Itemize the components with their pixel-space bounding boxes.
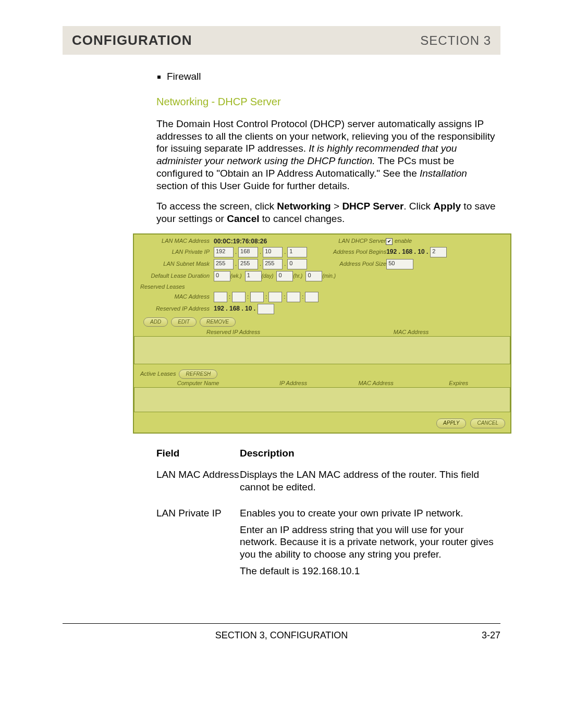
intro-p1d: Installation (420, 168, 467, 179)
desc-lan-priv-2: Enter an IP address string that you will… (240, 524, 500, 561)
add-button[interactable]: ADD (143, 317, 168, 327)
lbl-lease-duration: Default Lease Duration (139, 273, 210, 280)
mask-oct-4[interactable]: 0 (287, 259, 307, 269)
lbl-pool-size: Address Pool Size (312, 261, 386, 268)
checkbox-enable[interactable]: ✔ (386, 238, 393, 245)
field-lan-private-ip: LAN Private IP (156, 507, 240, 520)
field-lan-mac: LAN MAC Address (156, 468, 240, 481)
lease-hr-input[interactable]: 0 (276, 271, 293, 281)
mac-oct-2[interactable] (232, 292, 246, 302)
desc-lan-priv-3: The default is 192.168.10.1 (240, 565, 500, 577)
ip-oct-4[interactable]: 1 (287, 247, 307, 257)
edit-button[interactable]: EDIT (171, 317, 197, 327)
footer-page-number: 3-27 (482, 630, 500, 641)
mask-oct-3[interactable]: 255 (263, 259, 283, 269)
reserved-table-body (134, 336, 510, 364)
lbl-enable: enable (395, 238, 412, 245)
intro-p2f: Apply (433, 201, 461, 212)
remove-button[interactable]: REMOVE (200, 317, 236, 327)
bullet-firewall: Firewall (167, 70, 500, 83)
intro-p2c: > (331, 201, 342, 212)
intro-p2: To access the screen, click Networking >… (156, 200, 500, 225)
active-table-body (134, 387, 510, 412)
th-mac-address: MAC Address (335, 380, 418, 387)
intro-p2h: Cancel (227, 213, 259, 224)
desc-lan-mac-1: Displays the LAN MAC address of the rout… (240, 468, 500, 493)
lbl-wk: (wk.) (230, 273, 242, 280)
intro-p2b: Networking (277, 201, 331, 212)
th-description: Description (240, 447, 500, 460)
lease-day-input[interactable]: 1 (245, 271, 262, 281)
mac-oct-3[interactable] (250, 292, 264, 302)
footer-center: SECTION 3, CONFIGURATION (215, 630, 348, 641)
cancel-button[interactable]: CANCEL (470, 418, 505, 428)
th-expires: Expires (417, 380, 500, 387)
description-table: Field Description LAN MAC Address Displa… (156, 447, 500, 582)
lbl-reserved-ip: Reserved IP Address (139, 305, 210, 313)
th-computer-name: Computer Name (144, 380, 252, 387)
lbl-dhcp-server: LAN DHCP Server (318, 238, 386, 245)
lbl-lan-mac: LAN MAC Address (139, 238, 210, 245)
desc-lan-priv-1: Enables you to create your own private I… (240, 507, 500, 520)
mac-oct-5[interactable] (287, 292, 300, 302)
intro-p2d: DHCP Server (342, 201, 403, 212)
val-lan-mac: 00:0C:19:76:08:26 (214, 238, 318, 245)
subheading: Networking - DHCP Server (156, 95, 500, 108)
ip-oct-3[interactable]: 10 (263, 247, 283, 257)
reserved-ip-last-input[interactable] (258, 304, 274, 314)
header-section: SECTION 3 (420, 33, 491, 48)
reserved-ip-prefix: 192 . 168 . 10 . (214, 305, 255, 313)
lbl-hr: (hr.) (293, 273, 302, 280)
lbl-lan-private-ip: LAN Private IP (139, 249, 210, 256)
mask-oct-2[interactable]: 255 (238, 259, 258, 269)
lbl-subnet-mask: LAN Subnet Mask (139, 261, 210, 268)
lbl-day: (day) (262, 273, 274, 280)
mac-oct-1[interactable] (214, 292, 227, 302)
pool-size-input[interactable]: 50 (386, 259, 413, 269)
intro-p2a: To access the screen, click (156, 201, 277, 212)
ip-oct-1[interactable]: 192 (214, 247, 234, 257)
intro-p2i: to cancel changes. (259, 213, 345, 224)
mac-oct-4[interactable] (268, 292, 282, 302)
pool-prefix: 192 . 168 . 10 . (386, 248, 428, 256)
th-reserved-ip: Reserved IP Address (144, 329, 322, 336)
ip-oct-2[interactable]: 168 (238, 247, 258, 257)
lbl-active-leases: Active Leases (140, 371, 176, 378)
pool-last-octet[interactable]: 2 (430, 247, 447, 257)
lbl-reserved-leases: Reserved Leases (140, 283, 505, 291)
dhcp-screenshot: LAN MAC Address 00:0C:19:76:08:26 LAN DH… (133, 233, 511, 434)
th-mac: MAC Address (322, 329, 500, 336)
apply-button[interactable]: APPLY (436, 418, 466, 428)
bullet-list: Firewall (167, 70, 500, 83)
lease-wk-input[interactable]: 0 (214, 271, 230, 281)
lbl-mac-address: MAC Address (139, 293, 210, 301)
lbl-pool-begins: Address Pool Begins (312, 249, 386, 256)
header-title: CONFIGURATION (72, 32, 192, 48)
th-ip-address: IP Address (252, 380, 335, 387)
lbl-min: (min.) (322, 273, 336, 280)
intro-p2e: . Click (403, 201, 433, 212)
th-field: Field (156, 447, 240, 460)
intro-p1e: section of this User Guide for further d… (156, 180, 350, 191)
page-header: CONFIGURATION SECTION 3 (63, 26, 500, 55)
lease-min-input[interactable]: 0 (305, 271, 322, 281)
refresh-button[interactable]: REFRESH (179, 369, 217, 379)
mask-oct-1[interactable]: 255 (214, 259, 234, 269)
intro-p1: The Domain Host Control Protocol (DHCP) … (156, 118, 500, 192)
mac-oct-6[interactable] (305, 292, 319, 302)
